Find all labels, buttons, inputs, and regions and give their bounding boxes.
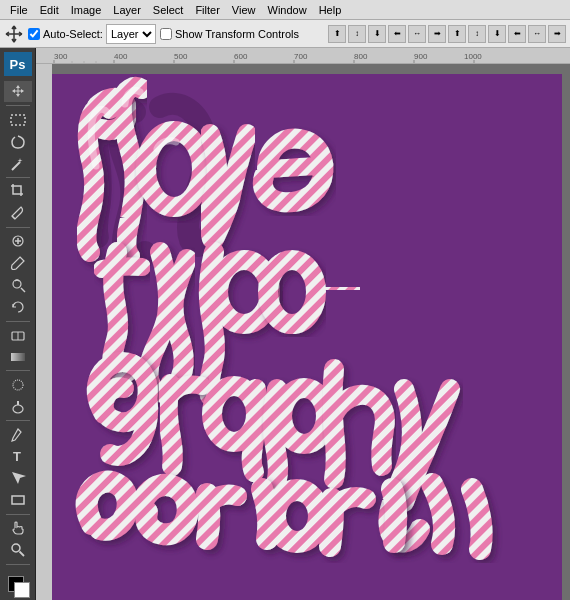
svg-text:600: 600: [234, 52, 248, 61]
menu-image[interactable]: Image: [65, 2, 108, 18]
auto-select-option[interactable]: Auto-Select: Layer: [28, 24, 156, 44]
svg-point-6: [13, 280, 21, 288]
move-tool-icon-option: [4, 24, 24, 44]
ruler-left: [36, 64, 52, 600]
align-left-icon[interactable]: ⬅: [388, 25, 406, 43]
ruler-top: 300 400 500 600 700 800 900 1000: [36, 48, 570, 64]
canvas-content[interactable]: [52, 64, 570, 600]
svg-rect-37: [36, 64, 52, 600]
svg-text:T: T: [13, 449, 21, 464]
tool-sep-6: [6, 420, 30, 421]
tool-marquee[interactable]: [4, 109, 32, 130]
tool-pen[interactable]: [4, 424, 32, 445]
align-right-icon[interactable]: ➡: [428, 25, 446, 43]
menu-layer[interactable]: Layer: [107, 2, 147, 18]
align-hcenter-icon[interactable]: ↔: [408, 25, 426, 43]
tool-sep-4: [6, 321, 30, 322]
svg-point-11: [13, 405, 23, 413]
svg-text:1000: 1000: [464, 52, 482, 61]
tool-move[interactable]: [4, 81, 32, 102]
auto-select-checkbox[interactable]: [28, 28, 40, 40]
distribute-right-icon[interactable]: ➡: [548, 25, 566, 43]
menu-bar: File Edit Image Layer Select Filter View…: [0, 0, 570, 20]
tool-shape[interactable]: [4, 490, 32, 511]
auto-select-label: Auto-Select:: [43, 28, 103, 40]
distribute-left-icon[interactable]: ⬅: [508, 25, 526, 43]
tool-lasso[interactable]: [4, 131, 32, 152]
tool-eyedropper[interactable]: [4, 203, 32, 224]
svg-point-15: [12, 544, 20, 552]
show-transform-checkbox[interactable]: [160, 28, 172, 40]
svg-text:700: 700: [294, 52, 308, 61]
distribute-bottom-icon[interactable]: ⬇: [488, 25, 506, 43]
tool-eraser[interactable]: [4, 324, 32, 345]
tool-blur[interactable]: [4, 374, 32, 395]
distribute-top-icon[interactable]: ⬆: [448, 25, 466, 43]
svg-rect-14: [12, 496, 24, 504]
tool-dodge[interactable]: [4, 396, 32, 417]
tool-history[interactable]: [4, 297, 32, 318]
menu-filter[interactable]: Filter: [189, 2, 225, 18]
menu-window[interactable]: Window: [262, 2, 313, 18]
menu-help[interactable]: Help: [313, 2, 348, 18]
photoshop-canvas: [52, 74, 562, 600]
distribute-vcenter-icon[interactable]: ↕: [468, 25, 486, 43]
svg-line-2: [12, 216, 15, 219]
menu-file[interactable]: File: [4, 2, 34, 18]
svg-text:800: 800: [354, 52, 368, 61]
svg-text:400: 400: [114, 52, 128, 61]
show-transform-option[interactable]: Show Transform Controls: [160, 28, 299, 40]
menu-view[interactable]: View: [226, 2, 262, 18]
tool-sep-7: [6, 514, 30, 515]
layer-select[interactable]: Layer: [106, 24, 156, 44]
canvas-wrapper: 300 400 500 600 700 800 900 1000: [36, 48, 570, 600]
tool-gradient[interactable]: [4, 346, 32, 367]
tool-healing[interactable]: [4, 231, 32, 252]
align-bottom-icon[interactable]: ⬇: [368, 25, 386, 43]
background-color[interactable]: [14, 582, 30, 598]
align-icons-group: ⬆ ↕ ⬇ ⬅ ↔ ➡ ⬆ ↕ ⬇ ⬅ ↔ ➡: [328, 25, 566, 43]
options-bar: Auto-Select: Layer Show Transform Contro…: [0, 20, 570, 48]
svg-rect-9: [11, 353, 25, 361]
svg-point-10: [13, 380, 23, 390]
distribute-hcenter-icon[interactable]: ↔: [528, 25, 546, 43]
tool-sep-3: [6, 227, 30, 228]
tool-clone[interactable]: [4, 275, 32, 296]
align-vcenter-icon[interactable]: ↕: [348, 25, 366, 43]
tool-sep-2: [6, 177, 30, 178]
show-transform-label: Show Transform Controls: [175, 28, 299, 40]
tool-magic-wand[interactable]: [4, 153, 32, 174]
svg-line-1: [12, 162, 20, 170]
tool-text[interactable]: T: [4, 446, 32, 467]
tool-zoom[interactable]: [4, 540, 32, 561]
main-area: Ps: [0, 48, 570, 600]
align-top-icon[interactable]: ⬆: [328, 25, 346, 43]
menu-edit[interactable]: Edit: [34, 2, 65, 18]
svg-line-16: [19, 552, 24, 557]
svg-text:300: 300: [54, 52, 68, 61]
svg-text:500: 500: [174, 52, 188, 61]
color-swatches[interactable]: [4, 572, 32, 596]
tool-hand[interactable]: [4, 518, 32, 539]
tool-sep-1: [6, 105, 30, 106]
svg-rect-0: [11, 115, 25, 125]
svg-text:900: 900: [414, 52, 428, 61]
menu-select[interactable]: Select: [147, 2, 190, 18]
ps-logo: Ps: [4, 52, 32, 76]
tool-sep-8: [6, 564, 30, 565]
tool-path-select[interactable]: [4, 468, 32, 489]
tool-crop[interactable]: [4, 181, 32, 202]
toolbar: Ps: [0, 48, 36, 600]
tool-sep-5: [6, 370, 30, 371]
tool-brush[interactable]: [4, 253, 32, 274]
